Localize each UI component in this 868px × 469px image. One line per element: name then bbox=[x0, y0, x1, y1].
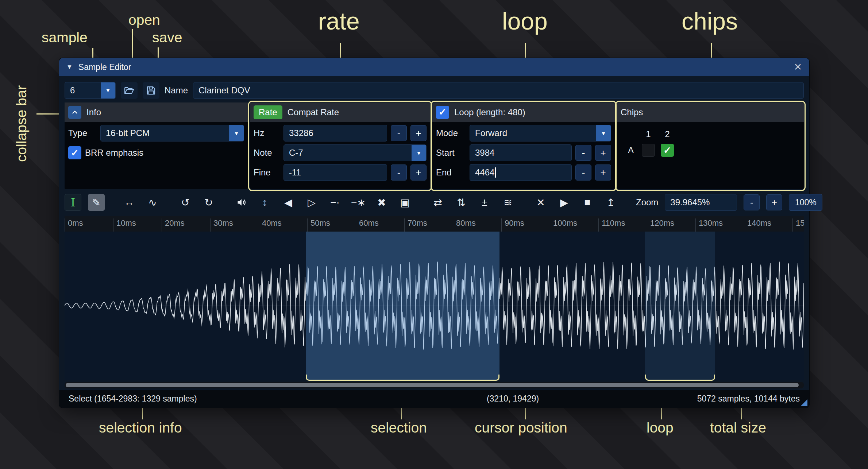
create-instrument-button[interactable]: ↥ bbox=[602, 194, 619, 211]
loop-end-plus-button[interactable]: + bbox=[595, 164, 611, 181]
resample-button[interactable]: ∿ bbox=[144, 194, 161, 211]
select-tool[interactable]: I bbox=[65, 194, 81, 211]
chevron-up-icon bbox=[71, 108, 79, 116]
undo-button[interactable]: ↺ bbox=[177, 194, 194, 211]
info-panel-header: Info bbox=[65, 102, 248, 122]
insert-silence-button[interactable]: −· bbox=[327, 194, 343, 211]
controls-row: 6 ▼ Name Clarinet DQV bbox=[65, 81, 804, 99]
chip-2-checkbox[interactable]: ✓ bbox=[661, 144, 674, 157]
delete-button[interactable]: ✖ bbox=[373, 194, 390, 211]
resize-button[interactable]: ↔ bbox=[121, 194, 138, 211]
brr-emphasis-label: BRR emphasis bbox=[85, 148, 143, 158]
collapse-bar-button[interactable] bbox=[68, 106, 81, 119]
crossfade-button[interactable]: ✕ bbox=[532, 194, 549, 211]
loop-start-minus-button[interactable]: - bbox=[575, 145, 591, 161]
ruler-label: 50ms bbox=[307, 218, 330, 232]
loop-start-plus-button[interactable]: + bbox=[595, 145, 611, 161]
invert-button[interactable]: ⇅ bbox=[453, 194, 470, 211]
zoom-reset-button[interactable]: 100% bbox=[789, 194, 822, 211]
loop-mode-label: Mode bbox=[436, 128, 466, 138]
hz-input-value: 33286 bbox=[289, 128, 313, 138]
rate-badge[interactable]: Rate bbox=[254, 105, 282, 119]
fade-out-button[interactable]: ▷ bbox=[303, 194, 320, 211]
ruler-label: 120ms bbox=[647, 218, 674, 232]
loop-end-input[interactable]: 4464 bbox=[470, 164, 572, 181]
ruler-label: 70ms bbox=[404, 218, 427, 232]
reverse-button[interactable]: ⇄ bbox=[429, 194, 446, 211]
close-icon[interactable]: ✕ bbox=[794, 61, 802, 73]
chip-1-checkbox[interactable] bbox=[642, 144, 655, 157]
hz-label: Hz bbox=[254, 128, 280, 138]
waveform-view bbox=[65, 232, 804, 380]
save-button[interactable] bbox=[143, 82, 159, 99]
annotation-sample: sample bbox=[42, 30, 88, 46]
name-input[interactable]: Clarinet DQV bbox=[193, 82, 804, 99]
sample-editor-window: ▼ Sample Editor ✕ 6 ▼ Name Clarinet DQV bbox=[59, 58, 809, 408]
pointer-line-selection-info bbox=[142, 408, 143, 419]
ruler-label: 0ms bbox=[65, 218, 83, 232]
zoom-in-button[interactable]: + bbox=[766, 194, 782, 210]
redo-button[interactable]: ↻ bbox=[200, 194, 217, 211]
annotation-selection: selection bbox=[371, 420, 427, 436]
sign-button[interactable]: ± bbox=[476, 194, 493, 211]
loop-panel-title: Loop (length: 480) bbox=[454, 107, 525, 117]
fine-input[interactable]: -11 bbox=[283, 164, 387, 181]
hz-minus-button[interactable]: - bbox=[391, 125, 407, 141]
titlebar[interactable]: ▼ Sample Editor ✕ bbox=[59, 58, 809, 76]
brr-emphasis-checkbox[interactable]: ✓ bbox=[68, 146, 81, 159]
loop-mode-select[interactable]: Forward ▼ bbox=[470, 125, 611, 142]
text-caret bbox=[495, 167, 496, 178]
ruler-label: 80ms bbox=[453, 218, 476, 232]
annotation-cursor-position: cursor position bbox=[475, 420, 567, 436]
horizontal-scrollbar[interactable] bbox=[65, 382, 804, 388]
chevron-down-icon[interactable]: ▼ bbox=[596, 125, 611, 141]
draw-tool[interactable]: ✎ bbox=[88, 194, 105, 211]
fade-in-button[interactable]: ◀ bbox=[280, 194, 297, 211]
chevron-down-icon[interactable]: ▼ bbox=[412, 145, 426, 161]
fine-input-value: -11 bbox=[289, 167, 301, 178]
amplify-button[interactable] bbox=[233, 194, 250, 211]
normalize-button[interactable]: ↕ bbox=[256, 194, 273, 211]
name-label: Name bbox=[165, 85, 188, 96]
filter-button[interactable]: ≋ bbox=[499, 194, 516, 211]
note-select-value: C-7 bbox=[284, 148, 412, 158]
rate-panel: Rate Compat Rate Hz 33286 - + Note C-7 ▼ bbox=[250, 102, 430, 189]
apply-silence-button[interactable]: −∗ bbox=[350, 194, 367, 211]
preview-button[interactable]: ▶ bbox=[556, 194, 572, 211]
note-select[interactable]: C-7 ▼ bbox=[283, 144, 427, 161]
chevron-down-icon[interactable]: ▼ bbox=[229, 125, 244, 141]
ruler-label: 130ms bbox=[695, 218, 723, 232]
stop-button[interactable]: ■ bbox=[579, 194, 596, 211]
check-icon: ✓ bbox=[663, 145, 671, 156]
sample-selector[interactable]: 6 ▼ bbox=[65, 82, 116, 99]
type-select-value: 16-bit PCM bbox=[101, 128, 229, 138]
scrollbar-thumb[interactable] bbox=[66, 383, 799, 387]
chip-column-2: 2 bbox=[665, 129, 670, 139]
window-title: Sample Editor bbox=[78, 62, 131, 72]
zoom-input[interactable]: 39.9645% bbox=[665, 194, 737, 211]
type-select[interactable]: 16-bit PCM ▼ bbox=[100, 125, 244, 142]
pointer-line-cursor-position bbox=[525, 408, 526, 419]
zoom-label: Zoom bbox=[636, 197, 658, 208]
hz-input[interactable]: 33286 bbox=[283, 125, 387, 142]
trim-button[interactable]: ▣ bbox=[397, 194, 413, 211]
window-resize-grip[interactable] bbox=[801, 399, 807, 406]
loop-checkbox[interactable]: ✓ bbox=[436, 106, 449, 119]
zoom-out-button[interactable]: - bbox=[744, 194, 760, 210]
annotation-save: save bbox=[152, 30, 182, 46]
hz-plus-button[interactable]: + bbox=[410, 125, 427, 141]
loop-end-minus-button[interactable]: - bbox=[575, 164, 591, 181]
ruler-label: 60ms bbox=[356, 218, 379, 232]
note-label: Note bbox=[254, 148, 280, 158]
open-button[interactable] bbox=[121, 82, 138, 99]
loop-start-input[interactable]: 3984 bbox=[470, 144, 572, 161]
window-collapse-icon[interactable]: ▼ bbox=[66, 63, 73, 71]
annotation-total-size: total size bbox=[710, 420, 766, 436]
fine-plus-button[interactable]: + bbox=[410, 164, 427, 181]
fine-minus-button[interactable]: - bbox=[391, 164, 407, 181]
floppy-icon bbox=[146, 85, 157, 96]
ruler-label: 20ms bbox=[162, 218, 185, 232]
loop-panel-header: ✓ Loop (length: 480) bbox=[432, 102, 615, 122]
chevron-down-icon[interactable]: ▼ bbox=[101, 82, 115, 98]
loop-start-value: 3984 bbox=[475, 148, 494, 158]
